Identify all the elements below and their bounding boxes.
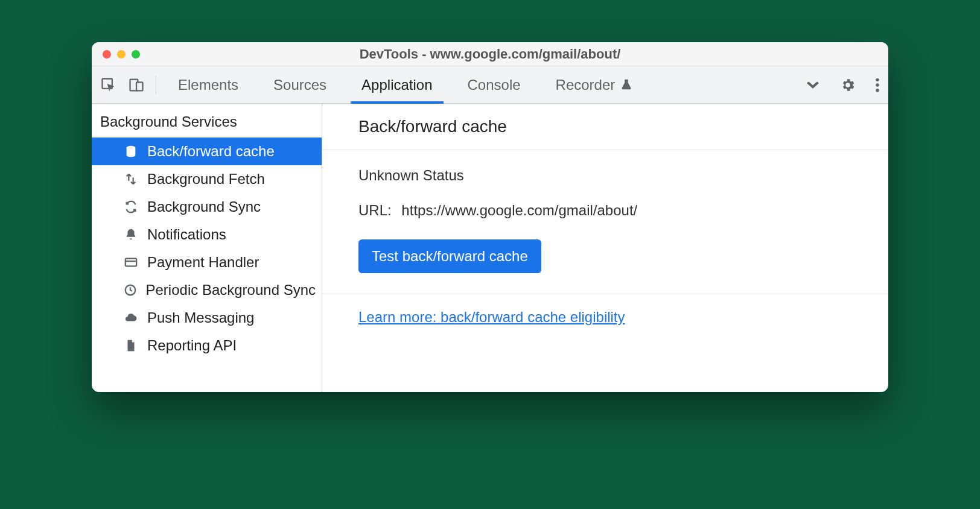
- devtools-toolbar: Elements Sources Application Console Rec…: [92, 66, 888, 104]
- application-sidebar: Background Services Back/forward cache B…: [92, 104, 322, 392]
- kebab-menu-icon[interactable]: [875, 77, 880, 93]
- sync-icon: [123, 200, 139, 213]
- bfcache-url-row: URL: https://www.google.com/gmail/about/: [358, 202, 852, 219]
- zoom-window-button[interactable]: [132, 50, 140, 58]
- svg-point-4: [876, 83, 879, 86]
- main-panel: Back/forward cache Unknown Status URL: h…: [322, 104, 888, 392]
- tab-recorder[interactable]: Recorder: [541, 66, 648, 103]
- sidebar-item-label: Background Sync: [147, 198, 261, 215]
- settings-gear-icon[interactable]: [840, 77, 856, 93]
- svg-rect-2: [136, 82, 143, 90]
- panel-heading: Back/forward cache: [322, 104, 888, 150]
- clock-icon: [123, 283, 138, 297]
- sidebar-item-label: Notifications: [147, 226, 226, 243]
- experiment-flask-icon: [620, 78, 633, 92]
- sidebar-item-push-messaging[interactable]: Push Messaging: [92, 304, 322, 332]
- sidebar-item-label: Reporting API: [147, 337, 237, 354]
- credit-card-icon: [123, 256, 139, 269]
- test-bfcache-button[interactable]: Test back/forward cache: [358, 239, 541, 273]
- sidebar-item-label: Back/forward cache: [147, 143, 275, 160]
- sidebar-item-label: Payment Handler: [147, 254, 259, 271]
- more-tabs-icon[interactable]: [805, 77, 821, 93]
- sidebar-item-label: Periodic Background Sync: [146, 282, 316, 299]
- bell-icon: [123, 228, 139, 241]
- tab-application[interactable]: Application: [347, 66, 447, 103]
- device-toggle-icon[interactable]: [128, 77, 145, 93]
- url-value: https://www.google.com/gmail/about/: [401, 202, 637, 218]
- tab-elements[interactable]: Elements: [164, 66, 253, 103]
- close-window-button[interactable]: [103, 50, 111, 58]
- bfcache-status: Unknown Status: [358, 167, 852, 184]
- sidebar-item-label: Background Fetch: [147, 171, 265, 188]
- sidebar-heading: Background Services: [92, 104, 322, 138]
- devtools-window: DevTools - www.google.com/gmail/about/ E…: [92, 42, 888, 392]
- window-title: DevTools - www.google.com/gmail/about/: [92, 46, 888, 62]
- tab-label: Console: [468, 77, 521, 93]
- minimize-window-button[interactable]: [117, 50, 126, 58]
- sidebar-item-periodic-sync[interactable]: Periodic Background Sync: [92, 276, 322, 304]
- sidebar-item-reporting-api[interactable]: Reporting API: [92, 332, 322, 359]
- tab-sources[interactable]: Sources: [259, 66, 341, 103]
- svg-rect-7: [126, 259, 136, 267]
- sidebar-item-notifications[interactable]: Notifications: [92, 221, 322, 248]
- inspect-element-icon[interactable]: [100, 77, 117, 93]
- traffic-lights: [103, 50, 140, 58]
- tab-label: Application: [361, 77, 432, 93]
- tab-label: Sources: [273, 77, 326, 93]
- tab-label: Elements: [178, 77, 238, 93]
- sidebar-item-label: Push Messaging: [147, 309, 254, 326]
- sidebar-item-payment-handler[interactable]: Payment Handler: [92, 248, 322, 276]
- transfer-icon: [123, 172, 139, 186]
- toolbar-divider: [156, 76, 156, 94]
- sidebar-item-background-sync[interactable]: Background Sync: [92, 193, 322, 221]
- cloud-icon: [123, 311, 139, 324]
- window-titlebar: DevTools - www.google.com/gmail/about/: [92, 42, 888, 66]
- tab-label: Recorder: [556, 77, 616, 93]
- database-icon: [123, 145, 139, 158]
- learn-more-link[interactable]: Learn more: back/forward cache eligibili…: [358, 309, 625, 325]
- file-icon: [123, 339, 139, 352]
- url-label: URL:: [358, 202, 392, 218]
- svg-point-3: [876, 78, 879, 81]
- sidebar-item-bfcache[interactable]: Back/forward cache: [92, 138, 322, 165]
- tab-console[interactable]: Console: [453, 66, 535, 103]
- sidebar-item-background-fetch[interactable]: Background Fetch: [92, 165, 322, 193]
- svg-point-5: [876, 88, 879, 91]
